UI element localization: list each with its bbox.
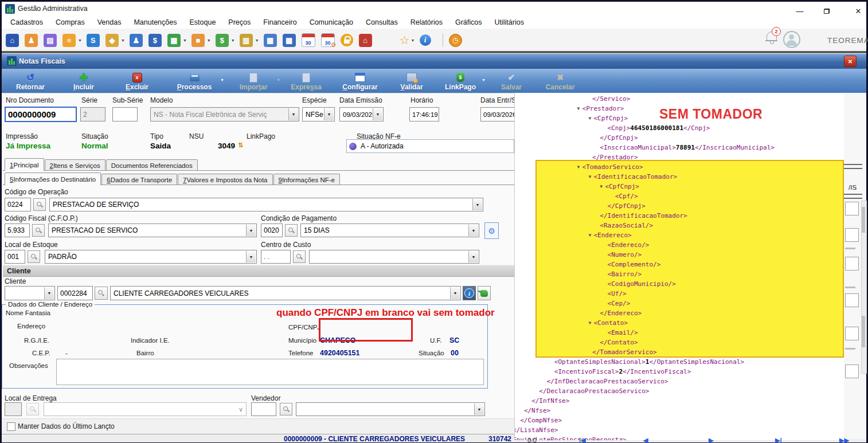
cliente-code-input[interactable]: 0002284 [57,286,93,300]
schedule-icon[interactable]: ▦ [264,34,279,47]
cfop-desc-combo[interactable]: PRESTACAO DE SERVICO▼ [48,224,257,237]
services-icon[interactable]: S [87,34,102,47]
menu-cadastros[interactable]: Cadastros [4,18,49,26]
estoque-code-input[interactable]: 001 [5,250,25,264]
customer-finance-icon[interactable]: ♟ [130,34,145,47]
subserie-input[interactable] [112,107,138,121]
money-icon[interactable]: $▼ [216,34,236,47]
nav-first-icon[interactable]: |◀ [579,437,586,443]
dropdown-arrow-icon[interactable]: ▼ [482,78,486,82]
cfop-code-input[interactable]: 5.933 [5,224,30,237]
minimize-button[interactable]: — [792,6,808,16]
horario-input[interactable]: 17:46:19 [409,107,439,121]
billing-card-icon[interactable]: ▤ [44,34,59,47]
cond-desc-combo[interactable]: 15 DIAS▼ [300,224,479,237]
menu-financeiro[interactable]: Financeiro [257,18,303,26]
cliente-name-combo[interactable]: CLIENTE CARREGADORES VEICULARES▼ [110,286,461,300]
nav-last-icon[interactable]: ▶| [775,437,782,443]
modelo-combo[interactable]: NS - Nota Fiscal Eletrônica de Serviç▼ [150,107,299,121]
bank-icon[interactable]: $ [148,34,164,47]
expand-arrow-icon[interactable]: ▼ [577,162,582,172]
calendar-config-icon[interactable]: 30⚙ [321,33,337,47]
tab-main-1[interactable]: 1 Principal [5,158,44,171]
calendar-icon[interactable]: 30 [302,33,318,47]
company-icon[interactable]: ⌂ [6,34,21,47]
tab-main-3[interactable]: Documentos Referenciados [106,159,198,171]
menu-graficos[interactable]: Gráficos [449,18,488,26]
entrega-code-input[interactable] [5,402,22,416]
calculator-icon[interactable]: ▦ [283,34,298,47]
observacoes-textarea[interactable] [56,359,484,385]
operacao-search-button[interactable] [33,198,46,211]
dropdown-arrow-icon[interactable]: ▼ [231,38,235,42]
sales-cart-icon[interactable]: ▦▼ [167,34,188,47]
tab-sub-3[interactable]: 7 Valores e Impostos da Nota [178,174,272,185]
dropdown-arrow-icon[interactable]: ▼ [207,38,211,42]
clock-icon[interactable]: ◷ [449,34,464,47]
scrollbar-thumb[interactable] [862,316,865,347]
cliente-filter-combo[interactable]: ▼ [5,286,55,300]
estoque-search-button[interactable] [28,250,40,263]
menu-compras[interactable]: Compras [49,18,91,26]
dropdown-arrow-icon[interactable]: ▼ [255,38,259,42]
especie-combo[interactable]: NFSe▼ [302,107,335,121]
cond-code-input[interactable]: 0020 [261,224,283,237]
data-emissao-combo[interactable]: 09/03/2026▼ [339,107,384,121]
cond-gear-button[interactable]: ⚙ [484,222,499,239]
nf-button-incluir[interactable]: ✚Incluir [57,69,111,93]
menu-manutencoes[interactable]: Manutenções [127,18,183,26]
tab-main-2[interactable]: 2 Itens e Serviços [45,159,105,171]
favorites-star-icon[interactable]: ☆▼ [400,34,416,46]
menu-relatorios[interactable]: Relatórios [404,18,449,26]
entrega-combo[interactable]: ∨ [44,402,247,416]
nav-prev-icon[interactable]: ◀ [643,437,648,443]
operacao-code-input[interactable]: 0224 [5,198,31,211]
nav-next-icon[interactable]: ▶ [709,437,713,443]
nf-close-button[interactable]: ✕ [844,56,857,67]
dropdown-arrow-icon[interactable]: ▼ [183,38,187,42]
menu-estoque[interactable]: Estoque [183,18,222,26]
nav-end-icon[interactable]: ▶▶ [839,437,849,443]
vendedor-code-input[interactable] [251,402,276,416]
partners-icon[interactable]: ♟ [25,34,40,47]
centro-custo-code-input[interactable]: . . [261,250,291,264]
estoque-desc-combo[interactable]: PADRÃO▼ [45,250,257,264]
cfop-search-button[interactable] [32,224,45,237]
serie-input[interactable]: 2 [80,107,105,121]
nf-button-configurar[interactable]: Configurar [331,69,389,93]
nf-button-linkpago[interactable]: $LinkPago▼ [434,69,487,93]
vendedor-search-button[interactable] [280,403,292,415]
user-avatar[interactable] [783,31,800,48]
vendedor-combo[interactable]: ▼ [296,402,485,416]
nro-documento-input[interactable]: 0000000009 [5,107,77,122]
expand-arrow-icon[interactable]: ▼ [577,104,582,113]
notifications-bell-icon[interactable]: 2 [765,30,778,44]
dropdown-arrow-icon[interactable]: ▼ [220,78,224,82]
entrega-search-button[interactable] [26,403,39,415]
cliente-extra-button[interactable] [478,286,491,300]
centro-custo-desc-combo[interactable]: ▼ [309,250,479,264]
vertical-scrollbar[interactable] [861,201,867,374]
menu-consultas[interactable]: Consultas [359,18,404,26]
dropdown-arrow-icon[interactable]: ▼ [411,38,415,42]
nf-button-validar[interactable]: Validar [389,69,434,93]
products-bag-icon[interactable]: ◆▼ [105,34,126,47]
receipt-icon[interactable]: ▥▼ [240,34,260,47]
stock-box-icon[interactable]: ■▼ [191,34,212,47]
expand-arrow-icon[interactable]: ▼ [600,182,605,191]
restore-button[interactable] [819,6,835,16]
tab-sub-4[interactable]: 9 Informações NF-e [273,174,340,185]
centro-custo-search-button[interactable] [293,250,306,263]
nsu-sequence-icon[interactable]: ⇅ [238,142,243,149]
cliente-search-button[interactable] [95,287,108,300]
menu-precos[interactable]: Preços [222,18,257,26]
manter-dados-checkbox[interactable] [7,422,15,431]
operacao-desc-combo[interactable]: PRESTACAO DE SERVIÇO▼ [49,198,483,211]
tab-sub-2[interactable]: 6 Dados de Transporte [101,174,177,185]
cliente-info-button[interactable]: i [463,286,476,300]
menu-utilitarios[interactable]: Utilitários [488,18,530,26]
nf-button-excluir[interactable]: xExcluir [111,69,163,93]
cond-search-button[interactable] [285,224,298,237]
menu-comunicacao[interactable]: Comunicação [303,18,359,26]
help-info-icon[interactable]: i [420,34,433,46]
